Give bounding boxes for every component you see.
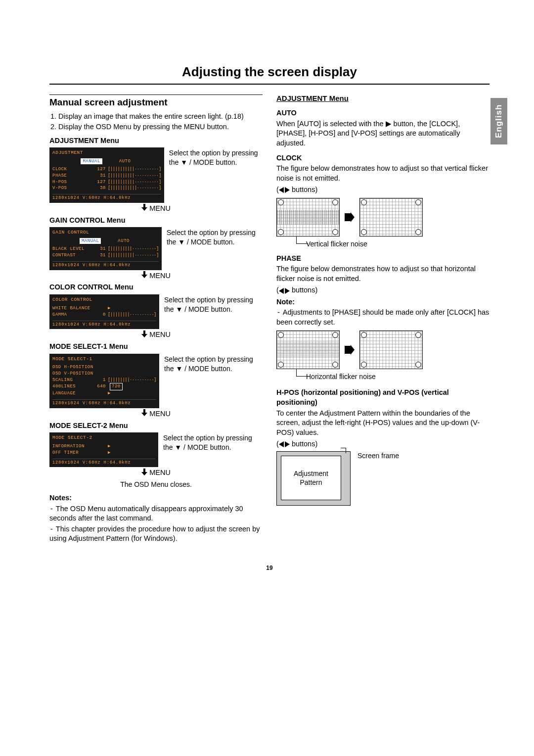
two-columns: Manual screen adjustment Display an imag… [49,94,490,545]
right-column: ADJUSTMENT Menu AUTO When [AUTO] is sele… [276,94,490,506]
clock-caption: Vertical flicker noise [276,238,490,249]
left-right-arrow-icon [279,441,290,447]
osd-line: SCALING1[||||||||··········] [52,377,156,383]
clock-buttons-hint: ( buttons) [276,185,490,195]
auto-heading: AUTO [276,108,490,118]
osd-line: OSD V-POSITION [52,371,156,377]
hpos-heading: H-POS (horizontal positioning) and V-POS… [276,388,490,407]
down-arrow-icon [141,204,147,214]
arrow-right-icon [345,345,355,355]
phase-note-label: Note: [276,297,490,307]
svg-marker-4 [141,469,147,475]
screen-frame-box: Adjustment Pattern [276,451,351,506]
grid-before [276,198,340,236]
step-list: Display an image that makes the entire s… [49,112,263,132]
menu-side-text: Select the option by pressing the ▼ / MO… [164,354,263,374]
osd-status: 1280x1024 V:60Hz H:64.0kHz [52,399,156,406]
phase-text: The figure below demonstrates how to adj… [276,264,490,284]
menu-side-text: Select the option by pressing the ▼ / MO… [169,147,263,167]
clock-diagram [276,198,490,236]
menu-nav: MENU [49,330,263,340]
clock-text: The figure below demonstrates how to adj… [276,164,490,183]
menu-row: GAIN CONTROLMANUALAUTOBLACK LEVEL31[||||… [49,227,263,270]
menu-side-text: Select the option by pressing the ▼ / MO… [164,294,263,314]
svg-marker-3 [141,409,147,416]
menu-row: MODE SELECT-2INFORMATION▶OFF TIMER▶1280x… [49,432,263,467]
menu-row: ADJUSTMENTMANUALAUTOCLOCK127[||||||||||·… [49,147,263,202]
osd-panel: MODE SELECT-1OSD H-POSITIONOSD V-POSITIO… [49,354,159,408]
page: English Adjusting the screen display Man… [0,0,534,601]
step-1: Display an image that makes the entire s… [58,112,263,122]
grid-after [359,198,423,236]
arrow-right-icon [345,212,355,222]
grid-before [276,331,340,369]
phase-diagram [276,331,490,369]
osd-tab-auto: AUTO [116,238,132,244]
hpos-text: To center the Adjustment Pattern within … [276,409,490,438]
osd-status: 1280x1024 V:60Hz H:64.0kHz [52,459,155,466]
down-arrow-icon [141,409,147,419]
grid-after [359,331,423,369]
osd-close-text: The OSD Menu closes. [49,480,263,489]
notes-heading: Notes: [49,493,263,503]
menu-row: COLOR CONTROLWHITE BALANCE▶GAMMA0[||||||… [49,294,263,329]
osd-line: PHASE31[||||||||||··········] [52,173,161,179]
osd-title: MODE SELECT-1 [52,356,156,363]
menu-side-text: Select the option by pressing the ▼ / MO… [163,432,263,452]
clock-heading: CLOCK [276,153,490,163]
phase-heading: PHASE [276,254,490,264]
osd-panel: ADJUSTMENTMANUALAUTOCLOCK127[||||||||||·… [49,147,164,202]
auto-text: When [AUTO] is selected with the ▶ butto… [276,119,490,148]
down-arrow-icon [141,469,147,478]
adjustment-menu-heading: ADJUSTMENT Menu [276,94,490,103]
osd-line: OSD H-POSITION [52,364,156,370]
down-arrow-icon [141,331,147,340]
menu-label: COLOR CONTROL Menu [49,283,263,292]
phase-note-item: Adjustments to [PHASE] should be made on… [276,308,490,327]
osd-title: GAIN CONTROL [52,230,159,236]
hpos-diagram: Adjustment Pattern Screen frame [276,451,490,506]
osd-line: H-POS127[||||||||||··········] [52,179,161,185]
osd-title: COLOR CONTROL [52,297,156,303]
osd-line: 400LINES640720 [52,383,156,390]
osd-status: 1280x1024 V:60Hz H:64.0kHz [52,321,156,328]
phase-buttons-hint: ( buttons) [276,285,490,295]
screen-frame-label: Screen frame [357,451,399,461]
osd-line: BLACK LEVEL31[|||||||||··········] [52,246,159,252]
page-number: 19 [49,565,490,571]
left-right-arrow-icon [279,187,290,193]
menu-nav: MENU [49,468,263,478]
menu-label: MODE SELECT-2 Menu [49,421,263,431]
notes-list: The OSD Menu automatically disappears ap… [49,504,263,544]
menu-label: MODE SELECT-1 Menu [49,342,263,352]
osd-panel: COLOR CONTROLWHITE BALANCE▶GAMMA0[||||||… [49,294,159,329]
osd-tab-manual: MANUAL [81,158,102,164]
phase-caption: Horizontal flicker noise [276,371,490,381]
osd-line: CLOCK127[||||||||||··········] [52,166,161,172]
page-title: Adjusting the screen display [49,64,490,85]
osd-line: WHITE BALANCE▶ [52,305,156,311]
menu-nav: MENU [49,409,263,419]
language-tab: English [490,98,507,144]
osd-line: INFORMATION▶ [52,443,155,449]
osd-line: OFF TIMER▶ [52,450,155,456]
svg-marker-5 [345,212,355,222]
adjustment-pattern-box: Adjustment Pattern [281,456,341,500]
menu-nav: MENU [49,271,263,281]
osd-status: 1280x1024 V:60Hz H:64.0kHz [52,194,161,201]
phase-note-list: Adjustments to [PHASE] should be made on… [276,308,490,327]
menu-nav: MENU [49,204,263,214]
menu-side-text: Select the option by pressing the ▼ / MO… [167,227,263,247]
osd-line: LANGUAGE▶ [52,390,156,396]
osd-line: GAMMA0[||||||||··········] [52,312,156,318]
osd-panel: MODE SELECT-2INFORMATION▶OFF TIMER▶1280x… [49,432,158,467]
osd-title: MODE SELECT-2 [52,435,155,441]
menu-row: MODE SELECT-1OSD H-POSITIONOSD V-POSITIO… [49,354,263,408]
note-item: The OSD Menu automatically disappears ap… [49,504,263,523]
down-arrow-icon [141,271,147,281]
note-item: This chapter provides the procedure how … [49,524,263,544]
left-right-arrow-icon [279,288,290,294]
osd-tabs: MANUALAUTO [52,158,161,164]
osd-tab-auto: AUTO [117,158,133,164]
svg-marker-1 [141,271,147,278]
